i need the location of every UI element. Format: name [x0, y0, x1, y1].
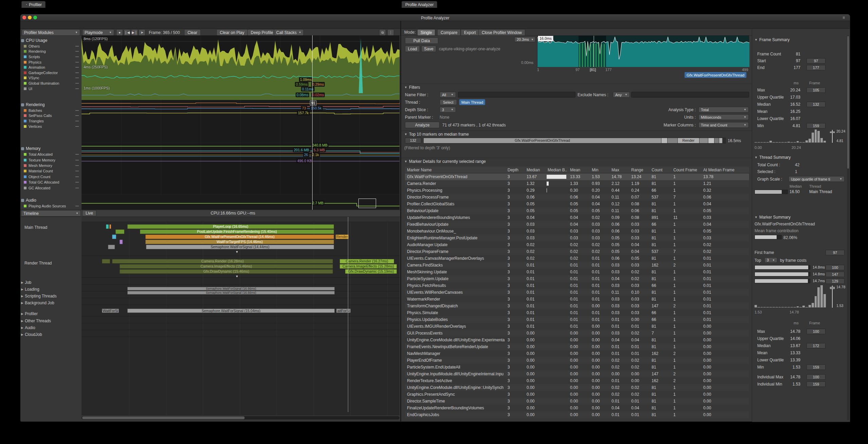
legend-item-animation[interactable]: Animation	[21, 65, 81, 70]
legend-item-scripts[interactable]: Scripts	[21, 54, 81, 59]
top10-segment-render[interactable]: Render	[678, 138, 699, 143]
timeline-bar-aitforsi[interactable]: aitForSi	[336, 309, 351, 313]
table-row-audiomanager-update[interactable]: AudioManager.Update30.020.020.020.050.04…	[405, 241, 749, 248]
legend-item-object-count[interactable]: Object Count	[21, 174, 81, 180]
name-filter-input[interactable]	[458, 92, 575, 98]
table-row-updaterendererboundingvolumes[interactable]: UpdateRendererBoundingVolumes30.040.040.…	[405, 214, 749, 221]
memory-chart[interactable]	[82, 143, 400, 194]
table-row-director-sampletime[interactable]: Director.SampleTime30.000.000.000.010.01…	[405, 398, 749, 405]
maximize-window-icon[interactable]	[33, 16, 37, 19]
layout-icon[interactable]: ⧉	[379, 29, 386, 36]
chevron-right-icon[interactable]: ▶	[21, 319, 23, 323]
units-dropdown[interactable]: Milliseconds▼	[698, 114, 749, 120]
frame-jump-button[interactable]: 100	[807, 329, 826, 334]
top10-segment-gfx-waitforpresentongfxthread[interactable]: Gfx.WaitForPresentOnGfxThread	[424, 138, 661, 143]
timeline-bar-render[interactable]: Render	[336, 235, 349, 239]
depth-slice-dropdown[interactable]: 3▼	[440, 107, 456, 113]
column-header-range[interactable]: Range	[629, 167, 650, 173]
top10-stacked-bar[interactable]: Gfx.WaitForPresentOnGfxThreadRender	[423, 138, 726, 143]
frame-jump-button[interactable]: 100	[807, 374, 826, 380]
top10-segment[interactable]	[708, 138, 714, 143]
selected-marker-chip[interactable]: Gfx.WaitForPresentOnGfxThread	[685, 72, 746, 78]
deep-profile-button[interactable]: Deep Profile	[247, 29, 277, 36]
mode-single-button[interactable]: Single	[417, 29, 435, 36]
table-row-uievents-willrendercanvases[interactable]: UIEvents.WillRenderCanvases30.010.010.01…	[405, 289, 749, 296]
timeline-bar-semaphore-waitforsignal-14-44ms[interactable]: Semaphore.WaitForSignal (14.44ms)	[146, 245, 334, 249]
table-row-physics-processing[interactable]: Physics.Processing30.290.300.200.440.246…	[405, 187, 749, 194]
legend-item-triangles[interactable]: Triangles	[21, 118, 81, 124]
collapse-chevron-main[interactable]: ▼	[235, 250, 238, 254]
scrollbar-thumb[interactable]	[82, 416, 245, 419]
timeline-bar-playerloop-16-65ms[interactable]: PlayerLoop (16.65ms)	[127, 224, 334, 229]
top10-segment[interactable]	[668, 138, 678, 143]
timeline-h-scrollbar[interactable]	[82, 416, 400, 420]
frame-jump-button[interactable]: 177	[807, 65, 826, 70]
thread-select-button[interactable]: Select	[440, 99, 457, 105]
panel-divider-left[interactable]	[400, 21, 401, 422]
chevron-right-icon[interactable]: ▶	[21, 301, 23, 305]
timeline-bar-gfx-drawdynamic-15-19ms[interactable]: Gfx.DrawDynamic (15.19ms)	[345, 269, 397, 274]
top10-foldout[interactable]: ▼Top 10 markers on median frame	[404, 132, 469, 137]
frame-jump-button[interactable]: 132	[807, 102, 826, 107]
mode-export-button[interactable]: Export	[461, 29, 479, 36]
marker-table-header[interactable]: Marker NameDepthMedianMedian B..MeanMinM…	[405, 167, 749, 173]
chevron-right-icon[interactable]: ▶	[21, 294, 23, 298]
profiler-modules-dropdown[interactable]: Profiler Modules▼	[22, 29, 80, 36]
column-header-depth[interactable]: Depth	[506, 167, 525, 173]
column-header-median-b[interactable]: Median B..	[546, 167, 568, 173]
audio-selection-region[interactable]	[358, 199, 376, 208]
table-row-graphics-presentandsync[interactable]: Graphics.PresentAndSync30.000.000.000.02…	[405, 391, 749, 398]
table-row-physics-fetchresults[interactable]: Physics.FetchResults30.010.010.010.030.0…	[405, 282, 749, 289]
thread-label-render-thread[interactable]: Render Thread	[21, 260, 81, 266]
playmode-dropdown[interactable]: Playmode▼	[82, 29, 114, 36]
thread-label-background-job[interactable]: ▶Background Job	[21, 300, 81, 306]
chevron-right-icon[interactable]: ▶	[21, 326, 23, 329]
summary-v-scrollbar[interactable]	[847, 35, 849, 420]
timeline-bar[interactable]	[108, 245, 115, 249]
analysis-type-dropdown[interactable]: Total▼	[698, 107, 749, 113]
module-header-cpu-usage[interactable]: CPU Usage	[21, 37, 81, 44]
frame-jump-button[interactable]: 97	[807, 58, 826, 64]
legend-item-material-count[interactable]: Material Count	[21, 168, 81, 174]
legend-item-ui[interactable]: UI	[21, 86, 81, 91]
frame-jump-button[interactable]: 172	[807, 343, 826, 348]
thread-label-other-threads[interactable]: ▶Other Threads	[21, 318, 81, 324]
table-row-director-prepareframe[interactable]: Director.PrepareFrame30.020.020.020.050.…	[405, 248, 749, 255]
column-header-mean[interactable]: Mean	[568, 167, 590, 173]
marker-summary-foldout[interactable]: ▼Marker Summary	[755, 215, 791, 220]
frame-jump-button[interactable]: 100	[826, 265, 845, 270]
frame-jump-button[interactable]: 159	[807, 381, 826, 387]
table-row-uievents-canvasmanagerrenderoverlays[interactable]: UIEvents.CanvasManagerRenderOverlays30.0…	[405, 255, 749, 262]
close-profiler-window-button[interactable]: Close Profiler Window	[478, 29, 525, 36]
scrollbar-thumb[interactable]	[847, 36, 849, 169]
legend-item-vertices[interactable]: Vertices	[21, 124, 81, 129]
table-row-transformchangeddispatch[interactable]: TransformChangedDispatch30.010.010.000.0…	[405, 303, 749, 309]
marker-table[interactable]: Gfx.WaitForPresentOnGfxThread313.6713.33…	[405, 173, 749, 420]
load-button[interactable]: Load	[405, 46, 420, 52]
legend-item-total-gc-allocated[interactable]: Total GC Allocated	[21, 180, 81, 185]
column-header-max[interactable]: Max	[609, 167, 629, 173]
timeline-bar-semaphore-waitforsignal-16-66ms[interactable]: Semaphore.WaitForSignal (16.66ms)	[127, 287, 335, 290]
thread-label-job[interactable]: ▶Job	[21, 279, 81, 286]
rendering-chart[interactable]	[82, 100, 400, 143]
legend-item-total-allocated[interactable]: Total Allocated	[21, 152, 81, 157]
timeline-bar-camera-imageeffects-15-28ms[interactable]: Camera.ImageEffects (15.28ms)	[340, 264, 397, 269]
legend-item-global-illumination[interactable]: Global Illumination	[21, 81, 81, 86]
legend-item-rendering[interactable]: Rendering	[21, 49, 81, 54]
marker-details-foldout[interactable]: ▼Marker Details for currently selected r…	[404, 159, 486, 164]
timeline-bar-waitforsi[interactable]: WaitForSi	[102, 309, 119, 313]
top10-segment[interactable]	[699, 138, 708, 143]
save-button[interactable]: Save	[421, 46, 436, 52]
thread-label-loading[interactable]: ▶Loading	[21, 286, 81, 292]
chart-scale-dropdown[interactable]: 20.3ms▼	[514, 37, 535, 42]
table-row-particlesystem-endupdateall[interactable]: ParticleSystem.EndUpdateAll30.000.000.00…	[405, 364, 749, 371]
timeline-bar-gfx-drawdynamic-15-46ms[interactable]: Gfx.DrawDynamic (15.46ms)	[120, 269, 333, 274]
collapse-chevron-render[interactable]: ▼	[235, 275, 238, 278]
legend-item-vsync[interactable]: VSync	[21, 75, 81, 81]
clear-button[interactable]: Clear	[184, 29, 201, 36]
frame-jump-button[interactable]: 159	[807, 123, 826, 129]
timeline-bar[interactable]	[116, 229, 124, 234]
legend-item-mesh-memory[interactable]: Mesh Memory	[21, 163, 81, 168]
table-row-profiler-collectglobalstats[interactable]: Profiler.CollectGlobalStats30.050.050.04…	[405, 201, 749, 207]
close-window-icon[interactable]	[22, 16, 26, 19]
